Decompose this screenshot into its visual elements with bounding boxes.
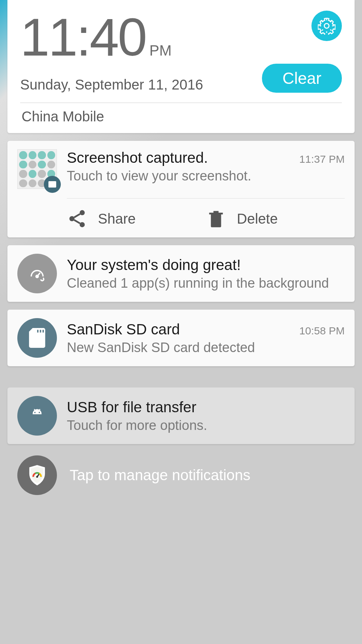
notification-row: USB for file transfer Touch for more opt… bbox=[17, 396, 345, 436]
notification-time: 10:58 PM bbox=[299, 325, 345, 337]
svg-rect-7 bbox=[42, 330, 44, 333]
carrier-label: China Mobile bbox=[20, 109, 342, 126]
header-divider bbox=[20, 103, 342, 103]
notification-screenshot[interactable]: Screenshot captured. 11:37 PM Touch to v… bbox=[7, 141, 355, 237]
notification-system[interactable]: Your system's doing great! Cleaned 1 app… bbox=[7, 245, 355, 302]
notification-subtitle: Touch for more options. bbox=[67, 418, 345, 433]
header-top-row: 11:40 PM bbox=[20, 11, 342, 64]
sdcard-circle bbox=[17, 318, 57, 358]
svg-point-8 bbox=[34, 412, 36, 413]
share-button[interactable]: Share bbox=[67, 208, 206, 229]
speedometer-icon bbox=[28, 265, 46, 282]
shield-icon bbox=[28, 464, 47, 486]
notification-title: SanDisk SD card bbox=[67, 321, 180, 338]
notification-title-row: Screenshot captured. 11:37 PM bbox=[67, 149, 345, 166]
notification-title: USB for file transfer bbox=[67, 399, 345, 416]
gear-icon bbox=[318, 17, 335, 35]
header-second-row: Sunday, September 11, 2016 Clear bbox=[20, 64, 342, 93]
header-right bbox=[311, 11, 342, 41]
date-label: Sunday, September 11, 2016 bbox=[20, 77, 203, 93]
notification-row: Your system's doing great! Cleaned 1 app… bbox=[17, 254, 345, 293]
notification-subtitle: Cleaned 1 app(s) running in the backgrou… bbox=[67, 276, 345, 291]
header-card: 11:40 PM Sunday, September 11, 2016 Clea… bbox=[7, 0, 355, 133]
notification-row: Screenshot captured. 11:37 PM Touch to v… bbox=[17, 149, 345, 189]
screenshot-thumbnail bbox=[17, 149, 57, 189]
manage-circle bbox=[17, 455, 57, 495]
notification-actions: Share Delete bbox=[67, 198, 345, 229]
notification-body: Your system's doing great! Cleaned 1 app… bbox=[67, 257, 345, 291]
clear-button[interactable]: Clear bbox=[262, 64, 342, 93]
notification-body: SanDisk SD card 10:58 PM New SanDisk SD … bbox=[67, 321, 345, 355]
android-icon bbox=[28, 407, 46, 425]
notification-title: Screenshot captured. bbox=[67, 149, 208, 166]
svg-point-0 bbox=[324, 23, 329, 28]
notification-title-row: SanDisk SD card 10:58 PM bbox=[67, 321, 345, 338]
clock-ampm: PM bbox=[149, 42, 171, 59]
section-gap bbox=[7, 366, 355, 380]
notification-usb[interactable]: USB for file transfer Touch for more opt… bbox=[7, 387, 355, 444]
notification-body: Screenshot captured. 11:37 PM Touch to v… bbox=[67, 149, 345, 184]
time-block: 11:40 PM bbox=[20, 11, 171, 64]
share-icon bbox=[67, 208, 87, 229]
notification-subtitle: New SanDisk SD card detected bbox=[67, 340, 345, 355]
delete-label: Delete bbox=[237, 211, 278, 227]
delete-button[interactable]: Delete bbox=[206, 208, 345, 229]
manage-notifications-button[interactable]: Tap to manage notifications bbox=[7, 444, 355, 506]
notification-shade: 11:40 PM Sunday, September 11, 2016 Clea… bbox=[0, 0, 362, 506]
settings-button[interactable] bbox=[311, 11, 342, 41]
svg-point-1 bbox=[80, 210, 85, 215]
sdcard-icon bbox=[29, 328, 45, 348]
svg-rect-6 bbox=[40, 330, 41, 333]
notification-sdcard[interactable]: SanDisk SD card 10:58 PM New SanDisk SD … bbox=[7, 310, 355, 366]
manage-label: Tap to manage notifications bbox=[70, 467, 250, 484]
image-badge-icon bbox=[44, 176, 61, 193]
svg-point-10 bbox=[36, 476, 38, 478]
notification-title: Your system's doing great! bbox=[67, 257, 345, 274]
svg-point-9 bbox=[39, 412, 40, 413]
notification-time: 11:37 PM bbox=[299, 153, 345, 165]
svg-point-2 bbox=[69, 216, 75, 222]
svg-point-3 bbox=[80, 222, 85, 228]
usb-circle bbox=[17, 396, 57, 436]
share-label: Share bbox=[98, 211, 136, 227]
trash-icon bbox=[206, 208, 226, 229]
svg-rect-5 bbox=[37, 330, 39, 333]
clock-time: 11:40 bbox=[20, 11, 146, 64]
notification-subtitle: Touch to view your screenshot. bbox=[67, 168, 345, 184]
notification-row: SanDisk SD card 10:58 PM New SanDisk SD … bbox=[17, 318, 345, 358]
system-icon bbox=[17, 254, 57, 293]
notification-body: USB for file transfer Touch for more opt… bbox=[67, 399, 345, 433]
